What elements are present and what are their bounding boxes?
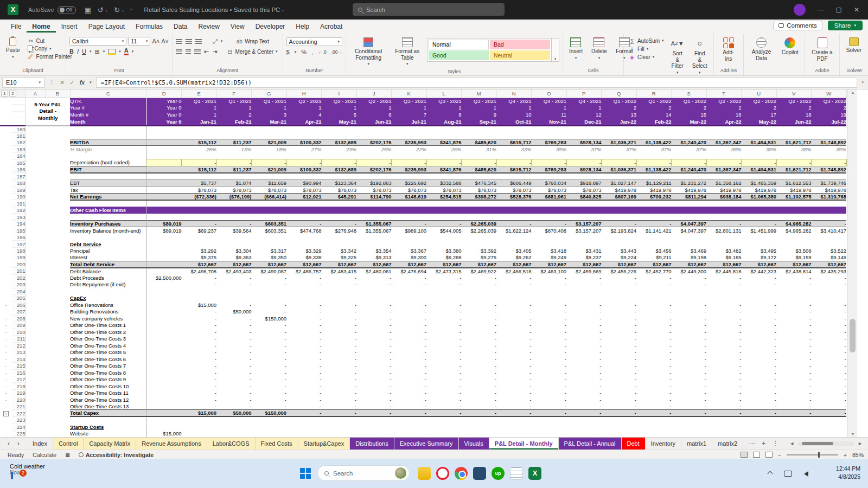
cell-M196[interactable]	[462, 234, 497, 240]
cell-R193[interactable]	[636, 214, 672, 220]
macro-record-icon[interactable]: ▦	[65, 452, 70, 458]
cell-E196[interactable]	[182, 234, 217, 240]
cell-J4[interactable]: Jun-21	[356, 118, 392, 126]
row-header-192[interactable]: 192	[12, 207, 25, 213]
cell-U212[interactable]: -	[742, 342, 777, 349]
cell-T184[interactable]	[706, 152, 742, 159]
cell-E223[interactable]	[182, 416, 217, 423]
cell-K199[interactable]: $9,300	[392, 254, 427, 261]
col-header-L[interactable]: L	[426, 89, 462, 98]
cell-R186[interactable]: $1,138,422	[636, 166, 672, 173]
cell-L205[interactable]	[426, 295, 462, 301]
cell-U220[interactable]: -	[742, 396, 777, 403]
cell-L209[interactable]: -	[426, 322, 462, 329]
row-header-212[interactable]: 212	[12, 342, 25, 349]
cell-L185[interactable]: -	[426, 159, 462, 166]
cell-P180[interactable]	[566, 126, 602, 133]
cell-D215[interactable]	[146, 363, 182, 369]
cell-P217[interactable]: -	[566, 376, 602, 382]
cell-U217[interactable]: -	[742, 376, 777, 382]
align-center-icon[interactable]	[186, 49, 191, 54]
cell-W220[interactable]: -	[812, 396, 847, 403]
cell-Q225[interactable]	[602, 430, 637, 436]
cell-L182[interactable]: $341,876	[426, 139, 462, 145]
cell-O210[interactable]: -	[532, 329, 567, 335]
cell-U195[interactable]: $1,451,999	[742, 227, 777, 234]
cell-T1[interactable]: Q2 - 2022	[706, 98, 742, 105]
taskbar-search[interactable]: Search	[317, 465, 410, 481]
cell-C188[interactable]: EBT	[70, 179, 146, 186]
cell-L184[interactable]	[426, 152, 462, 159]
cell-H222[interactable]: -	[286, 410, 322, 417]
col-header-T[interactable]: T	[706, 89, 742, 98]
cell-N197[interactable]	[496, 241, 532, 247]
cell-O186[interactable]: $769,283	[532, 166, 567, 173]
cell-V199[interactable]: $9,159	[776, 254, 812, 261]
cell-B223[interactable]	[45, 416, 70, 423]
cell-J221[interactable]: -	[356, 403, 392, 409]
cell-P221[interactable]: -	[566, 403, 602, 409]
row-header-183[interactable]: 183	[12, 146, 25, 152]
cell-K209[interactable]: -	[392, 322, 427, 329]
cell-L225[interactable]	[426, 430, 462, 436]
cell-F207[interactable]: $50,000	[216, 309, 252, 315]
cell-E4[interactable]: Jan-21	[182, 118, 217, 126]
col-header-Q[interactable]: Q	[602, 89, 637, 98]
cell-T217[interactable]: -	[706, 376, 742, 382]
cell-W182[interactable]: $1,748,892	[812, 139, 847, 145]
cell-W219[interactable]: -	[812, 389, 847, 396]
cell-U206[interactable]: -	[742, 301, 777, 308]
cell-E199[interactable]: $9,375	[182, 254, 217, 261]
cell-B209[interactable]	[45, 322, 70, 329]
cell-H218[interactable]: -	[286, 383, 322, 389]
cell-O191[interactable]	[532, 200, 567, 207]
cell-K197[interactable]	[392, 241, 427, 247]
cell-M210[interactable]: -	[462, 329, 497, 335]
cell-C201[interactable]: Debt Balance	[70, 268, 146, 274]
cell-R219[interactable]: -	[636, 389, 672, 396]
cell-R209[interactable]: -	[636, 322, 672, 329]
cell-L201[interactable]: $2,473,315	[426, 268, 462, 274]
clear-button[interactable]: ◈Clear▾	[627, 53, 666, 61]
cell-F223[interactable]	[216, 416, 252, 423]
outline-gutter[interactable]: ·	[0, 369, 12, 376]
cell-G201[interactable]: $2,490,087	[252, 268, 287, 274]
cell-K189[interactable]: $78,073	[392, 187, 427, 193]
cell-B192[interactable]	[45, 207, 70, 213]
cell-I195[interactable]: $276,948	[322, 227, 357, 234]
cell-S193[interactable]	[672, 214, 707, 220]
cell-T193[interactable]	[706, 214, 742, 220]
cell-R184[interactable]	[636, 152, 672, 159]
cell-G184[interactable]	[252, 152, 287, 159]
cell-G221[interactable]: -	[252, 403, 287, 409]
sheet-tab-inventory[interactable]: Inventory	[646, 438, 681, 450]
cell-F202[interactable]: -	[216, 274, 252, 281]
cell-K220[interactable]: -	[392, 396, 427, 403]
cell-O181[interactable]	[532, 132, 567, 139]
cell-I205[interactable]	[322, 295, 357, 301]
cell-P203[interactable]: -	[566, 281, 602, 288]
cell-C209[interactable]: Other One-Time Costs 1	[70, 322, 146, 329]
cell-K217[interactable]: -	[392, 376, 427, 382]
hidden-icons-chevron[interactable]	[768, 471, 773, 477]
cell-U218[interactable]: -	[742, 383, 777, 389]
cell-Q193[interactable]	[602, 214, 637, 220]
cell-Q183[interactable]: 37%	[602, 146, 637, 152]
cell-M225[interactable]	[462, 430, 497, 436]
cell-S220[interactable]: -	[672, 396, 707, 403]
cell-G198[interactable]: $3,317	[252, 247, 287, 254]
qat-customize-icon[interactable]: ▾	[130, 8, 132, 12]
cell-P215[interactable]: -	[566, 363, 602, 369]
cell-V4[interactable]: Jun-22	[776, 118, 812, 126]
cell-B190[interactable]	[45, 193, 70, 200]
cell-I200[interactable]: $12,667	[322, 261, 357, 268]
cell-T189[interactable]: $419,978	[706, 187, 742, 193]
cell-J188[interactable]: $192,863	[356, 179, 392, 186]
cell-W205[interactable]	[812, 295, 847, 301]
cell-G202[interactable]: -	[252, 274, 287, 281]
sheet-tab-distributions[interactable]: Distributions	[350, 438, 394, 450]
outline-gutter[interactable]: ·	[0, 363, 12, 369]
cell-T203[interactable]: -	[706, 281, 742, 288]
row-header-208[interactable]: 208	[12, 315, 25, 322]
cell-P224[interactable]	[566, 423, 602, 430]
